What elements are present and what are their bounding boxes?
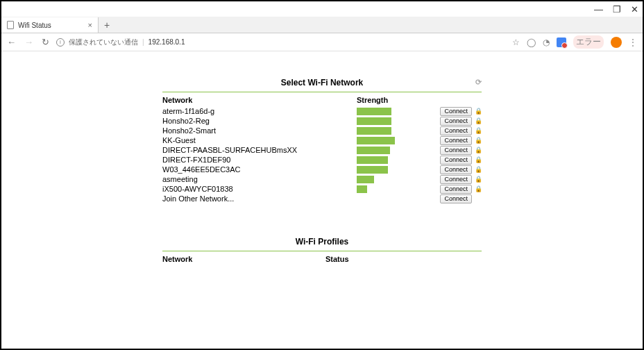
strength-bar — [357, 176, 374, 183]
connect-button[interactable]: Connect — [440, 136, 472, 145]
strength-cell — [357, 166, 419, 174]
network-row: asmeetingConnect🔒 — [162, 174, 482, 184]
network-name: Join Other Network... — [162, 194, 357, 203]
network-actions: Connect🔒 — [419, 136, 482, 145]
profiles-section-title: Wi-Fi Profiles — [162, 231, 482, 251]
network-headers: Network Strength — [162, 94, 482, 106]
network-actions: Connect🔒 — [419, 126, 482, 135]
strength-bar — [357, 117, 391, 125]
header-profile-status: Status — [325, 255, 482, 263]
network-actions: Connect🔒 — [419, 185, 482, 194]
network-list: aterm-1f1a6d-gConnect🔒Honsho2-RegConnect… — [162, 106, 482, 203]
address-bar[interactable]: i 保護されていない通信 | 192.168.0.1 — [56, 38, 505, 47]
lock-icon: 🔒 — [475, 156, 482, 163]
strength-cell — [357, 185, 419, 193]
connect-button[interactable]: Connect — [440, 156, 472, 165]
window-maximize-button[interactable]: ❐ — [613, 4, 621, 15]
network-row: Honsho2-SmartConnect🔒 — [162, 126, 482, 135]
strength-cell — [357, 117, 419, 125]
connect-button[interactable]: Connect — [440, 165, 472, 174]
lock-icon: 🔒 — [475, 108, 482, 115]
tab-title: Wifi Status — [18, 22, 51, 29]
network-actions: Connect🔒 — [419, 165, 482, 174]
strength-bar — [357, 127, 391, 135]
tab-close-button[interactable]: × — [88, 21, 92, 29]
strength-bar — [357, 185, 367, 193]
network-name: DIRECT-FX1DEF90 — [162, 156, 357, 164]
connect-button[interactable]: Connect — [440, 126, 472, 135]
strength-bar — [357, 137, 395, 144]
site-info-icon[interactable]: i — [56, 38, 65, 47]
browser-menu-button[interactable]: ⋮ — [629, 38, 637, 47]
extension-badge-icon[interactable] — [557, 38, 566, 47]
section-divider — [162, 251, 482, 251]
browser-toolbar: ← → ↻ i 保護されていない通信 | 192.168.0.1 ☆ ◯ ◔ エ… — [1, 33, 643, 51]
strength-bar — [357, 108, 391, 115]
extension-icon[interactable]: ◯ — [527, 38, 536, 47]
network-name: KK-Guest — [162, 136, 357, 144]
back-button[interactable]: ← — [7, 37, 16, 47]
window-minimize-button[interactable]: — — [594, 4, 603, 15]
network-actions: Connect — [419, 194, 482, 203]
network-name: asmeeting — [162, 175, 357, 183]
separator: | — [142, 38, 144, 46]
connect-button[interactable]: Connect — [440, 175, 472, 184]
page-icon — [7, 21, 14, 29]
error-badge[interactable]: エラー — [573, 35, 604, 49]
network-row: Join Other Network...Connect — [162, 194, 482, 203]
connect-button[interactable]: Connect — [440, 117, 472, 126]
network-actions: Connect🔒 — [419, 107, 482, 116]
connect-button[interactable]: Connect — [440, 194, 472, 203]
network-row: DIRECT-FX1DEF90Connect🔒 — [162, 155, 482, 165]
strength-cell — [357, 147, 419, 154]
strength-cell — [357, 108, 419, 115]
page-content: Select Wi-Fi Network ⟳ Network Strength … — [1, 51, 643, 265]
strength-cell — [357, 156, 419, 164]
network-row: W03_446EE5DEC3ACConnect🔒 — [162, 165, 482, 174]
strength-bar — [357, 156, 388, 164]
reload-button[interactable]: ↻ — [42, 37, 49, 47]
window-titlebar: — ❐ ✕ — [1, 1, 643, 17]
strength-cell — [357, 127, 419, 135]
connect-button[interactable]: Connect — [440, 107, 472, 116]
header-profile-network: Network — [162, 255, 325, 263]
extension2-icon[interactable]: ◔ — [543, 38, 550, 47]
network-name: Honsho2-Smart — [162, 126, 357, 135]
network-row: iX500-AWYCF01838Connect🔒 — [162, 184, 482, 194]
profile-avatar[interactable] — [611, 37, 622, 48]
connect-button[interactable]: Connect — [440, 146, 472, 155]
refresh-icon[interactable]: ⟳ — [475, 78, 482, 87]
network-actions: Connect🔒 — [419, 117, 482, 126]
browser-tab[interactable]: Wifi Status × — [1, 17, 99, 33]
network-actions: Connect🔒 — [419, 156, 482, 165]
strength-cell — [357, 176, 419, 183]
network-name: DIRECT-PAASBL-SURFACEHUBmsXX — [162, 146, 357, 154]
header-strength: Strength — [357, 96, 419, 104]
browser-tab-strip: Wifi Status × + — [1, 17, 643, 33]
url-text: 192.168.0.1 — [149, 38, 185, 46]
section-divider — [162, 92, 482, 92]
strength-cell — [357, 137, 419, 144]
strength-bar — [357, 147, 390, 154]
lock-icon: 🔒 — [475, 176, 482, 183]
network-name: iX500-AWYCF01838 — [162, 185, 357, 193]
network-actions: Connect🔒 — [419, 146, 482, 155]
profiles-headers: Network Status — [162, 253, 482, 265]
network-row: KK-GuestConnect🔒 — [162, 135, 482, 145]
network-actions: Connect🔒 — [419, 175, 482, 184]
lock-icon: 🔒 — [475, 185, 482, 192]
network-row: DIRECT-PAASBL-SURFACEHUBmsXXConnect🔒 — [162, 145, 482, 155]
wifi-title-text: Select Wi-Fi Network — [281, 78, 364, 88]
forward-button: → — [24, 37, 33, 47]
lock-icon: 🔒 — [475, 117, 482, 124]
bookmark-star-icon[interactable]: ☆ — [512, 38, 520, 47]
lock-icon: 🔒 — [475, 147, 482, 153]
connect-button[interactable]: Connect — [440, 185, 472, 194]
window-close-button[interactable]: ✕ — [631, 4, 638, 15]
network-name: W03_446EE5DEC3AC — [162, 165, 357, 174]
header-network: Network — [162, 96, 357, 104]
network-name: Honsho2-Reg — [162, 117, 357, 125]
strength-bar — [357, 166, 388, 174]
wifi-section-title: Select Wi-Fi Network ⟳ — [162, 72, 482, 92]
new-tab-button[interactable]: + — [99, 17, 115, 33]
